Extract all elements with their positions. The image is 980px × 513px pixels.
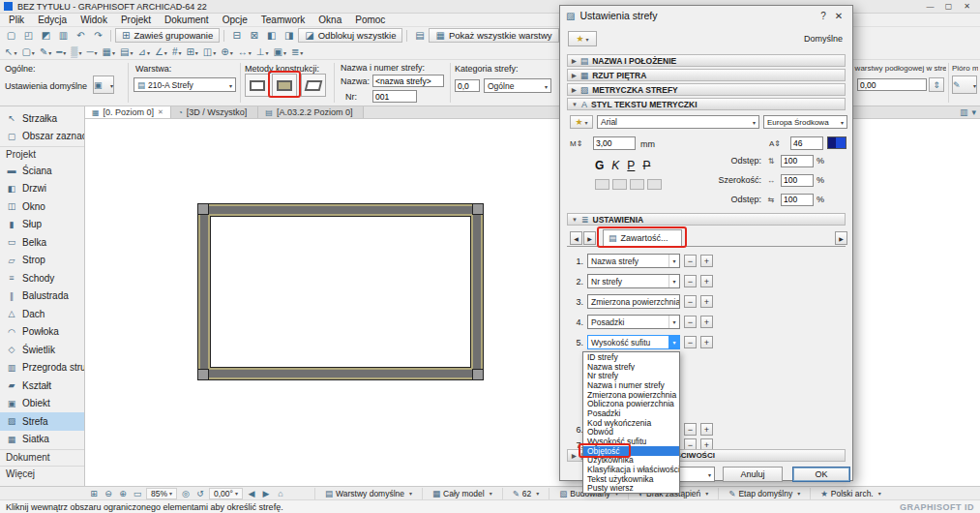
toolbox-item[interactable]: ▢ Obszar zaznacz... bbox=[0, 128, 84, 146]
statusbar-icon[interactable]: ▶ bbox=[259, 488, 273, 499]
toolbar-icon[interactable]: ▦ bbox=[101, 45, 117, 58]
tab-more-button[interactable]: ▶ bbox=[835, 231, 847, 245]
toolbox-item[interactable]: ▥ Przegroda struk... bbox=[0, 359, 84, 377]
add-row-button[interactable]: + bbox=[700, 423, 713, 436]
toolbar-icon[interactable]: ━ bbox=[54, 45, 68, 58]
zone-category-code-input[interactable] bbox=[455, 79, 480, 92]
dialog-close-button[interactable]: ✕ bbox=[831, 11, 846, 21]
subscript-button[interactable] bbox=[612, 179, 627, 190]
favorites-button[interactable]: ★ bbox=[568, 31, 597, 46]
dropdown-item[interactable]: Nazwa i numer strefy bbox=[583, 380, 679, 390]
height-options-button[interactable]: ⇕ bbox=[929, 77, 944, 92]
add-row-button[interactable]: + bbox=[700, 255, 713, 267]
remove-row-button[interactable]: − bbox=[684, 255, 697, 267]
toolbox-item[interactable]: Dokument bbox=[0, 449, 84, 465]
quick-option-select[interactable]: ★ Polski arch. bbox=[810, 488, 891, 499]
font-favorites-button[interactable]: ★ bbox=[570, 115, 593, 129]
close-button[interactable]: ✕ bbox=[958, 0, 976, 13]
method-rectangle-button[interactable] bbox=[272, 74, 297, 97]
maximize-button[interactable]: ▢ bbox=[939, 0, 958, 13]
menu-item[interactable]: Okna bbox=[312, 15, 348, 25]
toolbar-icon[interactable]: ↖ bbox=[3, 45, 18, 58]
toolbar-icon[interactable]: ▒ bbox=[69, 45, 83, 58]
toolbar-icon[interactable]: ⊥ bbox=[254, 45, 271, 58]
dropdown-item[interactable]: Kod wykończenia bbox=[583, 418, 679, 428]
section-floor-plan[interactable]: ▦ RZUT PIĘTRA bbox=[567, 69, 846, 81]
toolbox-item[interactable]: ▭ Belka bbox=[0, 233, 84, 252]
remove-row-button[interactable]: − bbox=[684, 295, 697, 308]
tab-close-icon[interactable]: ✕ bbox=[158, 108, 163, 116]
statusbar-icon[interactable]: ↺ bbox=[193, 488, 207, 499]
toolbar-icon[interactable]: ▢ bbox=[19, 45, 36, 58]
toolbox-item[interactable]: ▰ Kształt bbox=[0, 377, 84, 395]
toolbox-item[interactable]: ↖ Strzałka bbox=[0, 109, 84, 128]
add-row-button[interactable]: + bbox=[700, 316, 713, 328]
toolbar-icon[interactable]: ∠ bbox=[153, 45, 169, 58]
cancel-button[interactable]: Anuluj bbox=[723, 467, 783, 482]
dropdown-item[interactable]: Wysokość sufitu bbox=[583, 437, 679, 446]
tab-overview-icon[interactable]: ▥ bbox=[960, 107, 968, 117]
toolbox-item[interactable]: ▦ Siatka bbox=[0, 431, 84, 449]
adjustment-input[interactable] bbox=[781, 155, 814, 167]
toolbox-item[interactable]: ▱ Strop bbox=[0, 252, 84, 270]
dialog-help-button[interactable]: ? bbox=[816, 11, 831, 21]
toolbar-icon[interactable]: ⊟ bbox=[228, 29, 245, 43]
text-size-input[interactable] bbox=[593, 136, 636, 150]
toolbar-icon[interactable]: ▤ bbox=[118, 45, 134, 58]
dropdown-item[interactable]: Objętość bbox=[583, 446, 679, 456]
dropdown-item[interactable]: Użytkownika bbox=[583, 456, 679, 466]
menu-item[interactable]: Widok bbox=[74, 15, 114, 25]
dropdown-item[interactable]: Obwód bbox=[583, 428, 679, 438]
add-row-button[interactable]: + bbox=[700, 295, 713, 308]
show-all-layers-button[interactable]: ▦ Pokaż wszystkie warstwy bbox=[429, 28, 558, 43]
minimize-button[interactable]: — bbox=[921, 0, 939, 13]
quick-option-select[interactable]: ✎ Etap domyślny bbox=[718, 488, 810, 499]
toolbar-icon[interactable]: ▢ bbox=[3, 29, 19, 43]
toolbar-icon[interactable]: ↔ bbox=[236, 45, 253, 58]
dropdown-item[interactable]: Nazwa strefy bbox=[583, 362, 679, 372]
method-rotated-button[interactable] bbox=[301, 74, 326, 97]
quick-option-select[interactable]: ✎ 62 bbox=[502, 488, 549, 499]
remove-row-button[interactable]: − bbox=[684, 275, 697, 287]
toolbox-item[interactable]: ≡ Schody bbox=[0, 269, 84, 287]
menu-item[interactable]: Projekt bbox=[114, 15, 158, 25]
tab-scroll-left-button[interactable]: ◀ bbox=[570, 231, 582, 245]
section-stamp-text-style[interactable]: A STYL TEKSTU METRYCZKI bbox=[567, 98, 846, 110]
toolbar-icon[interactable]: ⊕ bbox=[219, 45, 234, 58]
toolbar-icon[interactable]: ↶ bbox=[73, 29, 89, 43]
toolbar-icon[interactable]: ◰ bbox=[20, 29, 37, 43]
content-tab[interactable]: ▤ Zawartość... bbox=[603, 229, 682, 246]
toolbar-icon[interactable]: ▣ bbox=[271, 45, 287, 58]
toolbar-icon[interactable]: ≣ bbox=[289, 45, 305, 58]
stamp-row-select[interactable]: Zmierzona powierzchnia bbox=[587, 294, 680, 309]
zone-category-select[interactable]: Ogólne bbox=[484, 78, 551, 93]
toolbar-icon[interactable]: ↷ bbox=[90, 29, 106, 43]
bold-button[interactable]: G bbox=[595, 159, 604, 172]
view-tab[interactable]: ◔ [3D / Wszystko] bbox=[171, 106, 258, 118]
toolbar-icon[interactable]: ─ bbox=[84, 45, 99, 58]
menu-item[interactable]: Edycja bbox=[31, 15, 74, 25]
statusbar-icon[interactable]: ⊞ bbox=[87, 488, 101, 499]
text-color-swatch[interactable] bbox=[827, 136, 846, 149]
toolbox-item[interactable]: ◇ Świetlik bbox=[0, 341, 84, 359]
toolbar-icon[interactable]: ▥ bbox=[55, 29, 72, 43]
section-zone-stamp[interactable]: ▨ METRYCZKA STREFY bbox=[567, 83, 846, 96]
rotation-angle-select[interactable]: 0,00° bbox=[209, 488, 243, 499]
encoding-select[interactable]: Europa Środkowa bbox=[763, 115, 847, 129]
remove-row-button[interactable]: − bbox=[684, 336, 697, 348]
dropdown-item[interactable]: ID strefy bbox=[583, 352, 679, 362]
toolbar-icon[interactable]: ⊞ bbox=[184, 45, 199, 58]
view-tab[interactable]: ▤ [A.03.2.2 Poziom 0] bbox=[258, 106, 364, 118]
adjustment-input[interactable] bbox=[781, 174, 814, 187]
menu-item[interactable]: Dokument bbox=[158, 15, 216, 25]
toolbox-item[interactable]: ∥ Balustrada bbox=[0, 287, 84, 306]
strikethrough-button[interactable]: P bbox=[642, 159, 650, 172]
stamp-row-select[interactable]: Wysokość sufitu bbox=[587, 335, 680, 349]
stamp-row-select[interactable]: Posadzki bbox=[587, 315, 680, 329]
zone-walls-drawing[interactable] bbox=[197, 203, 484, 380]
superscript-button[interactable] bbox=[595, 179, 609, 190]
dropdown-item[interactable]: Obliczona powierzchnia bbox=[583, 399, 679, 408]
toolbar-icon[interactable]: ◨ bbox=[281, 29, 297, 43]
toolbar-icon[interactable]: ▤ bbox=[411, 29, 428, 43]
toolbar-icon[interactable]: ⊠ bbox=[246, 29, 262, 43]
